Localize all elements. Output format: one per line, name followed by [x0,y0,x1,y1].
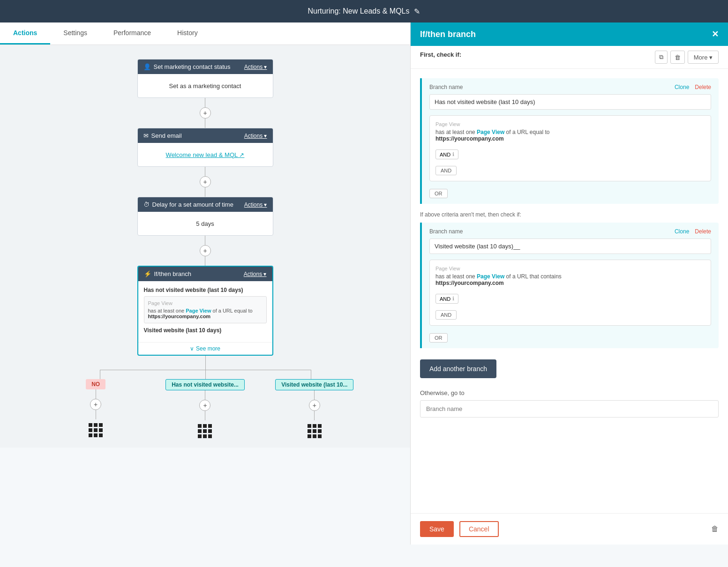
step-ifthen: ⚡ If/then branch Actions ▾ Has not visit… [137,266,273,356]
add-step-3[interactable]: + [200,245,211,256]
branch1-block-actions: Clone Delete [675,84,711,90]
step-header-3: ⏱ Delay for a set amount of time Actions… [138,197,273,212]
line-3 [205,236,205,245]
step-title-1: 👤 Set marketing contact status [143,63,231,70]
placeholder-notvisited [198,424,212,438]
cond2-or-row: OR [429,329,711,343]
branch2-block-actions: Clone Delete [675,228,711,235]
branch2-clone[interactable]: Clone [675,228,689,235]
cond2-link[interactable]: Page View [477,273,504,280]
branch2-name-input[interactable] [429,239,711,254]
stem-visited [311,370,311,379]
cond1-or-btn[interactable]: OR [429,189,448,198]
step2-body: Welcome new lead & MQL ↗ [138,143,273,166]
branch1-clone[interactable]: Clone [675,84,689,90]
otherwise-label: Otherwise, go to [420,389,719,396]
step4-actions-btn[interactable]: Actions ▾ [244,271,267,277]
tab-performance[interactable]: Performance [100,22,164,45]
branch-icon: ⚡ [144,270,151,277]
tab-nav: Actions Settings Performance History [0,22,410,45]
stem-notvisited [205,370,206,379]
cond2-and-row: AND [435,306,705,320]
branch1-delete[interactable]: Delete [695,84,711,90]
condition-url-card: https://yourcompany.com [148,313,211,319]
footer-trash-btn[interactable]: 🗑 [711,525,719,533]
step-header-2: ✉ Send email Actions ▾ [138,128,273,143]
line-2 [205,167,205,176]
step-marketing-contact: 👤 Set marketing contact status Actions ▾… [137,59,273,98]
add-visited-branch[interactable]: + [309,400,320,411]
panel-body: Branch name Clone Delete Page View has a… [411,69,728,513]
tab-history[interactable]: History [164,22,211,45]
line-1 [205,98,205,107]
line-1b [205,119,205,128]
branch-col-no: NO + [53,379,139,437]
branch1-name-input[interactable] [429,94,711,110]
panel-close-btn[interactable]: ✕ [712,29,719,39]
step-send-email: ✉ Send email Actions ▾ Welcome new lead … [137,128,273,167]
step3-actions-btn[interactable]: Actions ▾ [244,201,267,208]
main-layout: Actions Settings Performance History 👤 S… [0,22,728,545]
cancel-btn[interactable]: Cancel [459,521,499,537]
cond1-and-filter[interactable]: AND ℹ [435,149,458,159]
trash-btn-toolbar[interactable]: 🗑 [670,51,685,64]
placeholder-no [89,423,103,437]
branch2-block: Branch name Clone Delete Page View has a… [420,223,719,348]
step-header-4: ⚡ If/then branch Actions ▾ [138,267,272,281]
trash-icon-toolbar: 🗑 [675,54,681,61]
top-bar: Nurturing: New Leads & MQLs ✎ [0,0,728,22]
add-notvisited-branch[interactable]: + [199,400,210,411]
step2-actions-btn[interactable]: Actions ▾ [244,133,267,139]
info-icon-1: ℹ [452,151,454,157]
tab-settings[interactable]: Settings [50,22,100,45]
cond1-link[interactable]: Page View [477,129,504,135]
workflow-steps: 👤 Set marketing contact status Actions ▾… [9,54,401,438]
cond2-or-btn[interactable]: OR [429,333,448,343]
panel-footer: Save Cancel 🗑 [411,513,728,545]
otherwise-input[interactable] [420,400,719,418]
branch2-header: Branch name Clone Delete [429,228,711,235]
cond1-and-row: AND [435,162,705,175]
panel-header: If/then branch ✕ [411,22,728,46]
cond2-and-filter[interactable]: AND ℹ [435,294,458,304]
cond2-and-btn[interactable]: AND [435,310,457,320]
delay-icon: ⏱ [143,201,150,208]
step-title-4: ⚡ If/then branch [144,270,192,277]
branch2-delete[interactable]: Delete [695,228,711,235]
otherwise-section: Otherwise, go to [420,389,719,418]
branch1-block: Branch name Clone Delete Page View has a… [420,78,719,204]
add-step-1[interactable]: + [200,107,211,119]
more-btn[interactable]: More ▾ [688,51,719,64]
connector-1: + [200,98,211,128]
branch1-header: Branch name Clone Delete [429,84,711,90]
first-check-label: First, check if: [420,51,461,58]
cond2-title: Page View [435,266,705,271]
edit-icon[interactable]: ✎ [414,7,420,16]
add-step-2[interactable]: + [200,176,211,187]
line-2b [205,187,205,197]
not-visited-label: Has not visited website... [165,379,245,390]
cond2-filter-row: AND ℹ [435,290,705,304]
cond1-and-btn[interactable]: AND [435,166,457,175]
see-more-btn[interactable]: ∨ See more [138,342,272,355]
step1-body: Set as a marketing contact [138,74,273,97]
tab-actions[interactable]: Actions [0,22,50,45]
branch-col-visited: Visited website (last 10... + [271,379,357,438]
step1-actions-btn[interactable]: Actions ▾ [244,64,267,70]
add-no-branch[interactable]: + [90,399,101,410]
step-title-2: ✉ Send email [143,132,182,139]
branch2-label: Branch name [429,228,463,235]
criteria-divider: If above criteria aren't met, then check… [420,211,719,218]
add-branch-btn[interactable]: Add another branch [420,359,496,378]
copy-icon: ⧉ [659,53,663,61]
save-btn[interactable]: Save [420,521,454,537]
canvas-wrapper: Actions Settings Performance History 👤 S… [0,22,410,545]
right-panel: If/then branch ✕ First, check if: ⧉ 🗑 Mo… [410,22,728,545]
cond2-text: has at least one Page View of a URL that… [435,273,705,286]
footer-buttons: Save Cancel [420,521,499,537]
step3-body: 5 days [138,212,273,235]
info-icon-2: ℹ [452,296,454,302]
email-link[interactable]: Welcome new lead & MQL ↗ [166,151,245,158]
copy-btn[interactable]: ⧉ [655,51,668,64]
step-header-1: 👤 Set marketing contact status Actions ▾ [138,60,273,74]
